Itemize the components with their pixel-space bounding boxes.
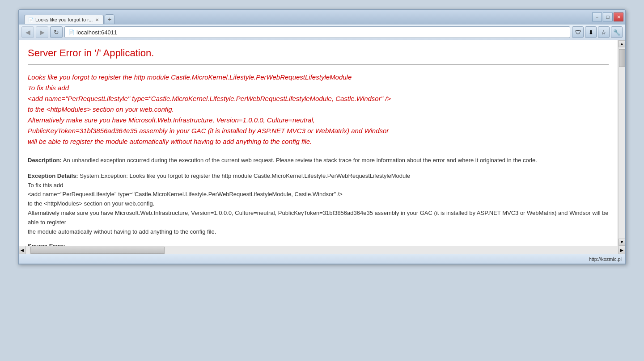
- scroll-track-h[interactable]: [26, 246, 618, 254]
- exception-line5: Alternatively make sure you have Microso…: [28, 210, 609, 226]
- tab-page-icon: 📄: [28, 17, 34, 22]
- status-url: http://kozmic.pl: [589, 256, 622, 262]
- tab-bar: 📄 Looks like you forgot to r... ✕ +: [22, 14, 116, 24]
- error-line2: To fix this add: [28, 84, 69, 92]
- content-wrapper: Server Error in '/' Application. Looks l…: [19, 40, 625, 246]
- tab-title: Looks like you forgot to r...: [35, 17, 93, 22]
- bookmark-button[interactable]: ☆: [598, 26, 610, 38]
- divider: [28, 64, 609, 65]
- scroll-thumb-v[interactable]: [619, 49, 625, 67]
- scroll-right-button[interactable]: ▶: [618, 246, 625, 254]
- exception-line2: To fix this add: [28, 182, 64, 189]
- content-area: Server Error in '/' Application. Looks l…: [19, 40, 618, 246]
- address-bar[interactable]: 📄 localhost:64011: [64, 26, 570, 38]
- scroll-left-button[interactable]: ◀: [19, 246, 26, 254]
- restore-button[interactable]: □: [603, 13, 613, 21]
- browser-window: 📄 Looks like you forgot to r... ✕ + − □ …: [18, 9, 626, 264]
- back-button[interactable]: ◀: [21, 26, 34, 38]
- nav-bar: ◀ ▶ ↻ 📄 localhost:64011 🛡 ⬇ ☆ 🔧: [19, 24, 625, 40]
- adblock-button[interactable]: 🛡: [572, 26, 584, 38]
- error-line5: Alternatively make sure you have Microso…: [28, 116, 315, 124]
- browser-tab[interactable]: 📄 Looks like you forgot to r... ✕: [24, 15, 104, 24]
- error-line3: <add name="PerRequestLifestyle" type="Ca…: [28, 95, 391, 102]
- minimize-button[interactable]: −: [592, 13, 602, 21]
- error-line4: to the <httpModules> section on your web…: [28, 105, 174, 113]
- exception-type: System.Exception: Looks like you forgot …: [80, 172, 410, 179]
- exception-line3: <add name="PerRequestLifestyle" type="Ca…: [28, 191, 343, 197]
- window-controls: − □ ✕: [592, 13, 623, 21]
- exception-section: Exception Details: System.Exception: Loo…: [28, 172, 609, 237]
- source-error-label: Source Error:: [28, 243, 65, 246]
- forward-button[interactable]: ▶: [36, 26, 48, 38]
- scroll-track-v[interactable]: [619, 47, 625, 239]
- tab-close-button[interactable]: ✕: [94, 17, 100, 22]
- close-button[interactable]: ✕: [614, 13, 623, 21]
- status-bar: http://kozmic.pl: [19, 254, 625, 264]
- title-bar: 📄 Looks like you forgot to r... ✕ + − □ …: [19, 10, 625, 24]
- error-line7: will be able to register the module auto…: [28, 138, 312, 145]
- horizontal-scrollbar[interactable]: ◀ ▶: [19, 246, 625, 254]
- description-text: An unhandled exception occurred during t…: [63, 157, 537, 164]
- settings-button[interactable]: 🔧: [611, 26, 623, 38]
- error-line1: Looks like you forgot to register the ht…: [28, 73, 352, 81]
- page-title: Server Error in '/' Application.: [28, 47, 609, 59]
- scroll-up-button[interactable]: ▲: [619, 40, 626, 47]
- exception-line4: to the <httpModules> section on your web…: [28, 200, 154, 207]
- description-label: Description:: [28, 157, 62, 164]
- source-error-section: Source Error:: [28, 243, 609, 246]
- scroll-down-button[interactable]: ▼: [619, 239, 626, 246]
- error-italic-block: Looks like you forgot to register the ht…: [28, 72, 609, 147]
- address-text: localhost:64011: [76, 29, 117, 36]
- scroll-thumb-h[interactable]: [30, 247, 165, 254]
- exception-label: Exception Details:: [28, 172, 78, 179]
- download-button[interactable]: ⬇: [585, 26, 597, 38]
- address-page-icon: 📄: [68, 29, 75, 35]
- vertical-scrollbar[interactable]: ▲ ▼: [618, 40, 625, 246]
- exception-line6: the module automatically without having …: [28, 228, 216, 235]
- error-line6: PublicKeyToken=31bf3856ad364e35 assembly…: [28, 127, 389, 134]
- refresh-button[interactable]: ↻: [50, 26, 63, 38]
- new-tab-button[interactable]: +: [105, 14, 114, 24]
- description-section: Description: An unhandled exception occu…: [28, 156, 609, 165]
- nav-icons: 🛡 ⬇ ☆ 🔧: [572, 26, 623, 38]
